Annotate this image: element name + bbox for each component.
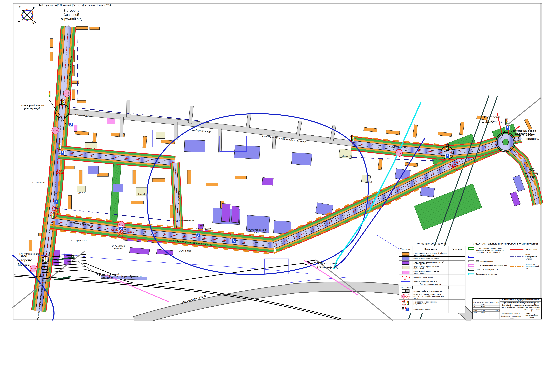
- legend-symbol-cell: [399, 270, 413, 275]
- building: [291, 152, 312, 165]
- traffic-light-lamp: [352, 135, 354, 137]
- title-block-cell: [485, 305, 489, 307]
- traffic-light-lamp: [45, 259, 46, 260]
- constraint-swatch: [468, 260, 474, 262]
- constraint-line-sample: [510, 249, 523, 250]
- sheet-label: Лист: [529, 308, 535, 310]
- building: [187, 170, 191, 184]
- compass-south: Ю: [32, 20, 37, 25]
- constraint-area-item: Охранные зоны вдоль ЛЭП: [468, 268, 508, 271]
- driveway-planned: [406, 289, 410, 293]
- label-st-molodoy-sadovod: с/т "Молодойсадовод": [112, 245, 125, 250]
- traffic-light-lamp: [62, 100, 64, 101]
- building: [77, 186, 86, 192]
- existing-road-stub: [274, 134, 274, 149]
- stop-icon: АТМАТМ: [401, 294, 411, 299]
- constraint-line-item: Линия регулирования застройки: [510, 254, 540, 260]
- legend-row: Границы земельных участков: [399, 280, 465, 283]
- building: [133, 170, 136, 184]
- label-street-oktyabrskaya-2: ул.Октябрьская: [192, 128, 212, 133]
- traffic-light-lamp: [506, 119, 507, 121]
- tunnel-leader: [78, 261, 97, 274]
- roundabout-island: [503, 139, 509, 145]
- building: [76, 27, 88, 29]
- traffic-light-lamp: [59, 144, 61, 145]
- legend-row: Дорожная разметка(направление движения): [399, 312, 465, 313]
- legend-section-title: Дорожная инфраструктура: [413, 283, 449, 286]
- building: [113, 184, 123, 192]
- building: [29, 240, 32, 251]
- legend-symbol-cell: [399, 300, 413, 306]
- label-st-avangard: с/т "Авангард": [32, 181, 46, 184]
- legend-symbol-cell: [399, 252, 413, 256]
- constraint-line-label: Линия регулирования застройки: [525, 254, 540, 260]
- parcel-line-icon: [401, 281, 411, 282]
- legend-row: существующие здания объектов образования: [399, 265, 465, 270]
- pedestrian-figure-head: [56, 200, 57, 201]
- bus-stop-label: АТМ: [453, 165, 458, 167]
- title-block-cell: [489, 308, 495, 309]
- legend-row: АТМАТМостановки обществ. транспорта (А-а…: [399, 293, 465, 300]
- legend-sub-planned: проект.: [406, 286, 412, 289]
- title-block-cell: [495, 303, 500, 305]
- existing-road-stub: [190, 106, 192, 124]
- svg-text:АТМ: АТМ: [407, 296, 410, 297]
- legend-row: существующие многоэтажные (2 и более) ки…: [399, 252, 465, 257]
- traffic-light-lamp: [62, 101, 64, 103]
- title-block-cell: [477, 303, 481, 305]
- traffic-light-icon: [506, 119, 508, 125]
- title-block-cell: 03.2014: [495, 309, 500, 311]
- constraint-label: СЗЗ от Федеральной автодороги М-5: [476, 264, 507, 267]
- legend-label: Дорожная разметка(направление движения): [413, 312, 449, 313]
- file-info: Файл проекта: УДС Приокский [Server] ; Д…: [39, 4, 113, 7]
- project-title: Проект планировки территории улично-доро…: [500, 302, 541, 308]
- building: [156, 132, 165, 138]
- title-block-cell: [495, 299, 500, 300]
- label-ds-91: Д/С 91: [55, 192, 61, 194]
- building: [459, 122, 464, 135]
- building: [513, 175, 525, 192]
- existing-road-stub: [121, 117, 122, 137]
- constraint-line-label: Красные линии: [525, 248, 538, 251]
- legend-label: существующие здания объектов образования: [413, 265, 449, 270]
- title-block-cell: [485, 308, 489, 309]
- title-block-cell: [477, 308, 481, 309]
- bus-stop-icon: АТМ: [396, 149, 403, 157]
- pedestrian-crossing-icon: [506, 126, 509, 130]
- legend-row: существующие нежилые здания: [399, 257, 465, 261]
- driveway-existing: [402, 289, 405, 293]
- building: [74, 125, 77, 131]
- legend-symbol-cell: [399, 289, 413, 293]
- title-block-cell: [477, 309, 481, 311]
- legend-row: проезды с асфальтовым покрытием: [399, 289, 465, 293]
- swatch-transport-infra: [402, 261, 410, 264]
- legend-symbol-cell: [399, 265, 413, 270]
- building: [221, 204, 230, 222]
- legend-label: перекрестки со светофорным регулирование…: [413, 300, 449, 306]
- legend-panel: Условные обозначения Обозначение Наимено…: [399, 242, 465, 313]
- label-school-6: Школа 6: [138, 193, 145, 195]
- organization-name: ООО Архитектурно-констркуторское бюро "С…: [522, 312, 541, 319]
- traffic-light-lamp: [53, 214, 54, 216]
- building: [152, 179, 165, 182]
- legend-sub-existing: сущ.: [399, 286, 406, 289]
- building: [77, 100, 86, 103]
- legend-subheader-row: сущ.проект.: [399, 286, 465, 289]
- constraint-area-item: СЗЗ железных дорог: [468, 260, 508, 262]
- traffic-light-lamp: [49, 91, 50, 93]
- stage-value: [522, 310, 529, 312]
- title-block-cell: [489, 314, 495, 316]
- regulation-line: [77, 29, 78, 103]
- pedestrian-figure-head: [507, 126, 508, 127]
- title-block-cell: [485, 299, 489, 300]
- title-block-cell: Кулагина: [481, 305, 485, 307]
- contract-number: Муниципальный контракт №0159300025713000…: [500, 299, 541, 301]
- building: [235, 176, 246, 179]
- legend-label: существующие объекты транспортной инфрас…: [413, 261, 449, 265]
- title-block-cell: [477, 314, 481, 316]
- legend-symbol-cell: [399, 257, 413, 261]
- pedestrian-crossing-icon: [232, 239, 236, 243]
- title-block-cell: [495, 300, 500, 301]
- legend-table: Обозначение Наименование Примечание суще…: [399, 246, 465, 313]
- sheet-number: 5: [529, 310, 535, 312]
